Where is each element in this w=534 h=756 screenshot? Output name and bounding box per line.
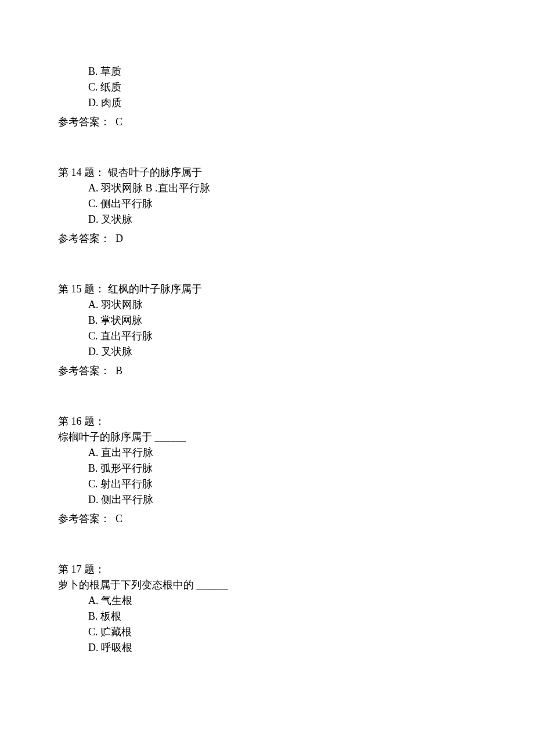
option-d: D. 呼吸根 — [58, 640, 476, 656]
option-d: D. 侧出平行脉 — [58, 492, 476, 508]
answer-14: 参考答案：D — [58, 231, 476, 247]
option-a: A. 羽状网脉 — [58, 297, 476, 313]
question-16: 第 16 题： 棕榈叶子的脉序属于 ______ A. 直出平行脉 B. 弧形平… — [58, 414, 476, 508]
question-stem: 棕榈叶子的脉序属于 ______ — [58, 429, 476, 445]
question-14: 第 14 题： 银杏叶子的脉序属于 A. 羽状网脉 B .直出平行脉 C. 侧出… — [58, 165, 476, 227]
option-b: B. 草质 — [58, 64, 476, 79]
option-c: C. 纸质 — [58, 79, 476, 95]
option-line-ab: A. 羽状网脉 B .直出平行脉 — [58, 180, 476, 196]
question-stem: 萝卜的根属于下列变态根中的 ______ — [58, 577, 476, 593]
question-title: 第 15 题： 红枫的叶子脉序属于 — [58, 281, 476, 297]
answer-16: 参考答案：C — [58, 511, 476, 527]
answer-15: 参考答案：B — [58, 363, 476, 379]
answer-label: 参考答案： — [58, 365, 116, 377]
answer-label: 参考答案： — [58, 116, 116, 128]
answer-value: C — [116, 513, 122, 525]
answer-value: B — [116, 365, 122, 377]
option-c: C. 侧出平行脉 — [58, 196, 476, 212]
answer-value: D — [116, 233, 123, 244]
option-b: B. 掌状网脉 — [58, 313, 476, 328]
option-b: B. 弧形平行脉 — [58, 461, 476, 476]
answer-label: 参考答案： — [58, 233, 116, 244]
option-c: C. 贮藏根 — [58, 624, 476, 640]
answer-value: C — [116, 116, 122, 128]
question-title: 第 17 题： — [58, 562, 476, 577]
question-13-continued: B. 草质 C. 纸质 D. 肉质 — [58, 64, 476, 111]
question-17: 第 17 题： 萝卜的根属于下列变态根中的 ______ A. 气生根 B. 板… — [58, 562, 476, 656]
option-c: C. 直出平行脉 — [58, 328, 476, 344]
option-a: A. 羽状网脉 — [88, 182, 143, 194]
option-b: B .直出平行脉 — [146, 182, 210, 194]
option-d: D. 叉状脉 — [58, 344, 476, 360]
option-a: A. 直出平行脉 — [58, 445, 476, 461]
page-content: B. 草质 C. 纸质 D. 肉质 参考答案：C 第 14 题： 银杏叶子的脉序… — [0, 0, 534, 693]
option-d: D. 肉质 — [58, 95, 476, 111]
answer-13: 参考答案：C — [58, 114, 476, 130]
option-b: B. 板根 — [58, 609, 476, 624]
question-15: 第 15 题： 红枫的叶子脉序属于 A. 羽状网脉 B. 掌状网脉 C. 直出平… — [58, 281, 476, 360]
option-a: A. 气生根 — [58, 593, 476, 609]
answer-label: 参考答案： — [58, 513, 116, 525]
option-c: C. 射出平行脉 — [58, 476, 476, 492]
question-title: 第 14 题： 银杏叶子的脉序属于 — [58, 165, 476, 180]
option-d: D. 叉状脉 — [58, 212, 476, 227]
question-title: 第 16 题： — [58, 414, 476, 429]
